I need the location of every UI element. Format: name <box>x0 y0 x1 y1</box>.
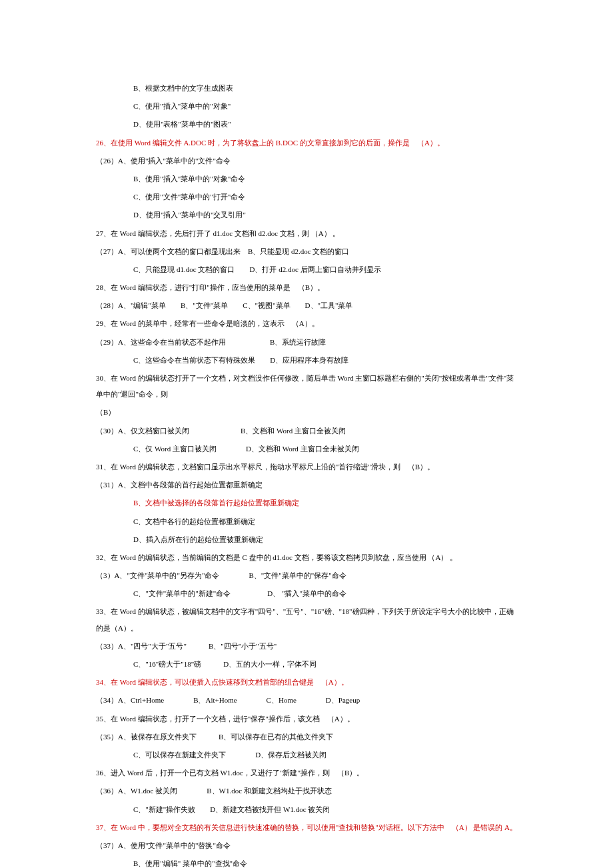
text-line: 26、在使用 Word 编辑文件 A.DOC 时，为了将软盘上的 B.DOC 的… <box>93 135 520 151</box>
document-body: B、根据文档中的文字生成图表C、使用"插入"菜单中的"对象"D、使用"表格"菜单… <box>93 80 520 868</box>
text-line: （37）A、使用"文件"菜单中的"替换"命令 <box>93 837 520 853</box>
text-line: D、使用"插入"菜单中的"交叉引用" <box>93 207 520 223</box>
text-line: 31、在 Word 的编辑状态，文档窗口显示出水平标尺，拖动水平标尺上沿的"首行… <box>93 459 520 475</box>
text-line: 35、在 Word 编辑状态，打开了一个文档，进行"保存"操作后，该文档 （A）… <box>93 711 520 727</box>
text-line: （B） <box>93 404 520 420</box>
text-line: （31）A、文档中各段落的首行起始位置都重新确定 <box>93 477 520 493</box>
text-line: 28、在 Word 编辑状态，进行"打印"操作，应当使用的菜单是 （B）。 <box>93 279 520 295</box>
text-line: 36、进入 Word 后，打开一个已有文档 W1.doc，又进行了"新建"操作，… <box>93 765 520 781</box>
text-line: D、使用"表格"菜单中的"图表" <box>93 116 520 132</box>
text-line: C、仅 Word 主窗口被关闭 D、文档和 Word 主窗口全未被关闭 <box>93 441 520 457</box>
text-line: 33、在 Word 的编辑状态，被编辑文档中的文字有"四号"、"五号"、"16"… <box>93 603 520 635</box>
text-line: （34）A、Ctrl+Home B、Ait+Home C、Home D、Page… <box>93 692 520 708</box>
text-line: 37、在 Word 中，要想对全文档的有关信息进行快速准确的替换，可以使用"查找… <box>93 819 520 835</box>
text-line: （28）A、"编辑"菜单 B、"文件"菜单 C、"视图"菜单 D、"工具"菜单 <box>93 297 520 313</box>
text-line: （3）A、"文件"菜单中的"另存为"命令 B、"文件"菜单中的"保存"命令 <box>93 567 520 583</box>
text-line: （27）A、可以使两个文档的窗口都显现出来 B、只能显现 d2.doc 文档的窗… <box>93 243 520 259</box>
text-line: C、可以保存在新建文件夹下 D、保存后文档被关闭 <box>93 747 520 763</box>
text-line: B、使用"编辑" 菜单中的"查找"命令 <box>93 855 520 868</box>
text-line: B、使用"插入"菜单中的"对象"命令 <box>93 171 520 187</box>
text-line: C、使用"插入"菜单中的"对象" <box>93 98 520 114</box>
text-line: B、根据文档中的文字生成图表 <box>93 80 520 96</box>
text-line: C、"文件"菜单中的"新建"命令 D、 "插入"菜单中的命令 <box>93 585 520 601</box>
text-line: B、文档中被选择的各段落首行起始位置都重新确定 <box>93 495 520 511</box>
text-line: （30）A、仅文档窗口被关闭 B、文档和 Word 主窗口全被关闭 <box>93 423 520 439</box>
text-line: （26）A、使用"插入"菜单中的"文件"命令 <box>93 153 520 169</box>
text-line: C、"16"磅大于"18"磅 D、五的大小一样，字体不同 <box>93 656 520 672</box>
text-line: 30、在 Word 的编辑状态打开了一个文档，对文档没作任何修改，随后单击 Wo… <box>93 370 520 402</box>
text-line: （35）A、被保存在原文件夹下 B、可以保存在已有的其他文件夹下 <box>93 729 520 745</box>
text-line: （29）A、这些命令在当前状态不起作用 B、系统运行故障 <box>93 334 520 350</box>
text-line: C、这些命令在当前状态下有特殊效果 D、应用程序本身有故障 <box>93 352 520 368</box>
text-line: C、文档中各行的起始位置都重新确定 <box>93 513 520 529</box>
text-line: D、插入点所在行的起始位置被重新确定 <box>93 531 520 547</box>
text-line: （36）A、W1.doc 被关闭 B、W1.doc 和新建文档均处于找开状态 <box>93 783 520 799</box>
text-line: 27、在 Word 编辑状态，先后打开了 d1.doc 文档和 d2.doc 文… <box>93 225 520 241</box>
text-line: （33）A、"四号"大于"五号" B、"四号"小于"五号" <box>93 638 520 654</box>
text-line: 34、在 Word 编辑状态，可以使插入点快速移到文档首部的组合键是 （A）。 <box>93 674 520 690</box>
text-line: C、只能显现 d1.doc 文档的窗口 D、打开 d2.doc 后两上窗口自动并… <box>93 261 520 277</box>
text-line: C、使用"文件"菜单中的"打开"命令 <box>93 189 520 205</box>
text-line: 32、在 Word 的编辑状态，当前编辑的文档是 C 盘中的 d1.doc 文档… <box>93 549 520 565</box>
text-line: C、"新建"操作失败 D、新建文档被找开但 W1.doc 被关闭 <box>93 801 520 817</box>
text-line: 29、在 Word 的菜单中，经常有一些命令是暗淡的，这表示 （A）。 <box>93 315 520 331</box>
